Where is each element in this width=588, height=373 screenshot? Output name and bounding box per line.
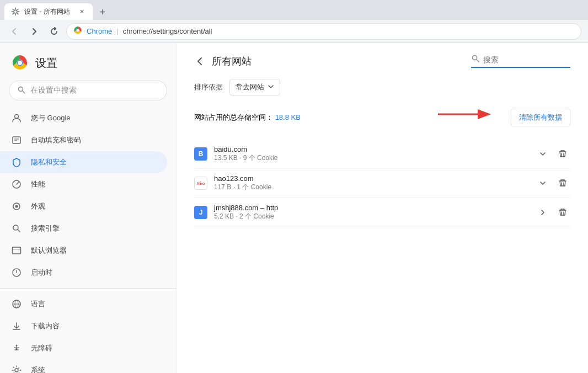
sidebar-item-accessibility[interactable]: 无障碍: [0, 337, 167, 359]
site-info-hao123: hao123.com 117 B · 1 个 Cookie: [214, 174, 528, 192]
annotation-arrow: [432, 103, 499, 125]
svg-line-8: [23, 91, 25, 93]
content-back-btn[interactable]: [194, 56, 205, 67]
svg-point-7: [19, 87, 23, 91]
nav-divider: [0, 288, 176, 289]
site-name: hao123.com: [214, 174, 528, 183]
site-meta: 13.5 KB · 9 个 Cookie: [214, 153, 528, 163]
sort-label: 排序依据: [194, 82, 223, 92]
tab-close-btn[interactable]: ✕: [77, 7, 86, 16]
new-tab-btn[interactable]: +: [95, 4, 110, 20]
sidebar-item-language[interactable]: 语言: [0, 293, 167, 315]
settings-header: 设置: [0, 50, 176, 81]
site-expand-btn[interactable]: [535, 175, 550, 191]
download-icon: [11, 321, 22, 332]
content-search-box[interactable]: [471, 54, 570, 68]
sidebar-item-label: 下载内容: [31, 321, 60, 331]
system-icon: [11, 365, 22, 373]
sidebar-item-search[interactable]: 搜索引擎: [0, 217, 167, 239]
sidebar-item-autofill[interactable]: 自动填充和密码: [0, 129, 167, 151]
site-meta: 5.2 KB · 2 个 Cookie: [214, 212, 528, 221]
search-engine-icon: [11, 223, 22, 234]
active-tab[interactable]: 设置 - 所有网站 ✕: [4, 3, 93, 20]
svg-point-26: [16, 345, 18, 347]
svg-point-9: [15, 115, 19, 119]
sidebar-item-label: 您与 Google: [31, 113, 71, 123]
startup-icon: [11, 267, 22, 278]
sidebar-item-startup[interactable]: 启动时: [0, 262, 167, 284]
sidebar-item-appearance[interactable]: 外观: [0, 195, 167, 217]
site-actions: [535, 205, 570, 220]
sidebar-item-privacy[interactable]: 隐私和安全: [0, 151, 167, 173]
accessibility-icon: [11, 343, 22, 354]
site-delete-btn[interactable]: [555, 205, 570, 220]
storage-size: 18.8 KB: [275, 113, 301, 121]
site-name: jmshj888.com – http: [214, 204, 528, 212]
content-header: 所有网站: [194, 54, 570, 68]
sidebar-item-label: 无障碍: [31, 343, 52, 353]
sidebar-nav: 您与 Google 自动填充和密码 隐私和安全 性能: [0, 107, 176, 373]
site-info-jmshj888: jmshj888.com – http 5.2 KB · 2 个 Cookie: [214, 204, 528, 221]
user-icon: [11, 113, 22, 124]
forward-btn[interactable]: [26, 24, 42, 39]
site-actions: [535, 146, 570, 162]
svg-point-0: [14, 10, 17, 13]
site-favicon-baidu: B: [194, 147, 207, 161]
tab-title: 设置 - 所有网站: [24, 7, 70, 17]
site-delete-btn[interactable]: [555, 175, 570, 191]
sort-dropdown-icon: [268, 83, 274, 92]
sidebar-item-google[interactable]: 您与 Google: [0, 107, 167, 129]
address-bar[interactable]: Chrome | chrome://settings/content/all: [66, 23, 581, 40]
content-search-icon: [471, 54, 480, 65]
appearance-icon: [11, 201, 22, 212]
site-item: hǎo hao123.com 117 B · 1 个 Cookie: [194, 169, 570, 198]
svg-point-15: [15, 205, 18, 208]
svg-rect-10: [13, 137, 20, 143]
sidebar-item-download[interactable]: 下载内容: [0, 315, 167, 337]
sidebar-item-label: 默认浏览器: [31, 246, 67, 255]
sidebar-item-label: 自动填充和密码: [31, 135, 81, 145]
content-area: 所有网站 排序依据 常去网站: [177, 43, 588, 373]
sidebar-item-label: 外观: [31, 201, 45, 211]
toolbar: Chrome | chrome://settings/content/all: [0, 20, 588, 43]
sort-value: 常去网站: [236, 82, 264, 92]
site-delete-btn[interactable]: [555, 146, 570, 162]
main-layout: 设置 在设置中搜索 您与 Google 自动填充和密码: [0, 43, 588, 373]
settings-title: 设置: [35, 56, 57, 71]
sidebar-item-system[interactable]: 系统: [0, 359, 167, 373]
refresh-btn[interactable]: [46, 24, 62, 39]
site-expand-btn[interactable]: [535, 205, 550, 220]
site-info-baidu: baidu.com 13.5 KB · 9 个 Cookie: [214, 145, 528, 163]
chrome-logo: [11, 54, 29, 72]
site-list: B baidu.com 13.5 KB · 9 个 Cookie: [194, 140, 570, 227]
sidebar-item-label: 性能: [31, 179, 45, 189]
sidebar-item-label: 系统: [31, 365, 45, 373]
site-meta: 117 B · 1 个 Cookie: [214, 183, 528, 192]
settings-search-box[interactable]: 在设置中搜索: [9, 81, 167, 100]
site-item: B baidu.com 13.5 KB · 9 个 Cookie: [194, 140, 570, 169]
svg-line-30: [477, 60, 479, 62]
clear-btn-area: 清除所有数据: [511, 109, 570, 126]
sort-bar: 排序依据 常去网站: [194, 79, 570, 95]
site-expand-btn[interactable]: [535, 146, 550, 162]
browser-icon: [11, 245, 22, 256]
content-search-input[interactable]: [483, 55, 560, 64]
sort-select[interactable]: 常去网站: [229, 79, 280, 95]
site-name: baidu.com: [214, 145, 528, 153]
content-title: 所有网站: [212, 55, 252, 68]
performance-icon: [11, 179, 22, 190]
svg-point-28: [15, 369, 18, 372]
sidebar-item-performance[interactable]: 性能: [0, 173, 167, 195]
site-favicon-hao123: hǎo: [194, 177, 207, 190]
sidebar: 设置 在设置中搜索 您与 Google 自动填充和密码: [0, 43, 177, 373]
content-wrapper: 所有网站 排序依据 常去网站: [194, 54, 570, 227]
back-btn[interactable]: [7, 24, 22, 39]
storage-info: 网站占用的总存储空间： 18.8 KB 清除所有数据: [194, 106, 570, 129]
tab-area: 设置 - 所有网站 ✕ +: [4, 0, 110, 20]
clear-all-data-btn[interactable]: 清除所有数据: [511, 109, 570, 126]
sidebar-item-label: 搜索引擎: [31, 223, 60, 233]
svg-point-3: [77, 29, 79, 32]
sidebar-item-label: 语言: [31, 299, 45, 309]
sidebar-item-browser[interactable]: 默认浏览器: [0, 239, 167, 262]
site-actions: [535, 175, 570, 191]
